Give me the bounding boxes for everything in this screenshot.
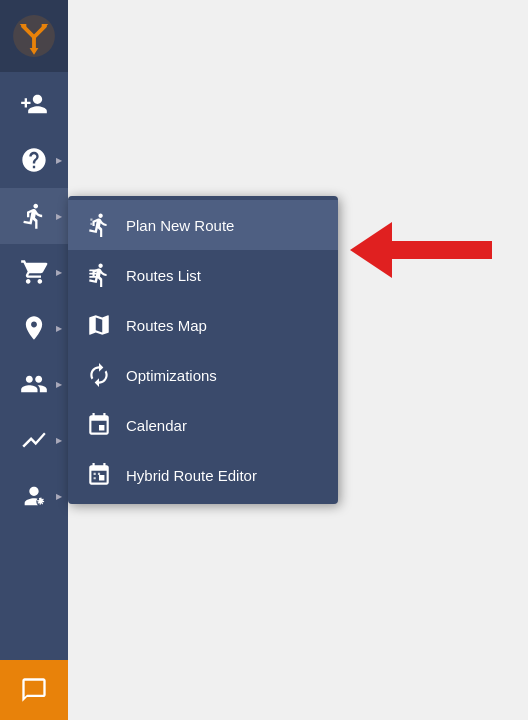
dropdown-item-routes-list[interactable]: Routes List	[68, 250, 338, 300]
dropdown-item-label: Hybrid Route Editor	[126, 467, 257, 484]
dropdown-item-plan-new-route[interactable]: Plan New Route	[68, 200, 338, 250]
arrow-head	[350, 222, 392, 278]
dropdown-item-label: Optimizations	[126, 367, 217, 384]
svg-rect-8	[89, 270, 97, 272]
chat-button[interactable]	[0, 660, 68, 720]
dropdown-item-label: Routes List	[126, 267, 201, 284]
highlight-arrow	[350, 222, 492, 278]
sidebar-item-routes[interactable]	[0, 188, 68, 244]
dropdown-item-label: Calendar	[126, 417, 187, 434]
routes-dropdown-menu: Plan New Route Routes List Routes Map Op…	[68, 196, 338, 504]
dropdown-item-label: Plan New Route	[126, 217, 234, 234]
dropdown-item-label: Routes Map	[126, 317, 207, 334]
sidebar-item-analytics[interactable]	[0, 412, 68, 468]
app-logo[interactable]	[0, 0, 68, 72]
dropdown-item-calendar[interactable]: Calendar	[68, 400, 338, 450]
sidebar-item-help[interactable]	[0, 132, 68, 188]
sidebar-item-orders[interactable]	[0, 244, 68, 300]
sidebar-item-team[interactable]	[0, 356, 68, 412]
dropdown-item-hybrid-route-editor[interactable]: Hybrid Route Editor	[68, 450, 338, 500]
svg-rect-9	[89, 273, 97, 275]
sidebar-item-add-user[interactable]	[0, 76, 68, 132]
svg-rect-10	[89, 276, 97, 278]
dropdown-item-optimizations[interactable]: Optimizations	[68, 350, 338, 400]
sidebar	[0, 0, 68, 720]
sidebar-item-settings[interactable]	[0, 468, 68, 524]
dropdown-item-routes-map[interactable]: Routes Map	[68, 300, 338, 350]
sidebar-item-tracking[interactable]	[0, 300, 68, 356]
arrow-shaft	[392, 241, 492, 259]
